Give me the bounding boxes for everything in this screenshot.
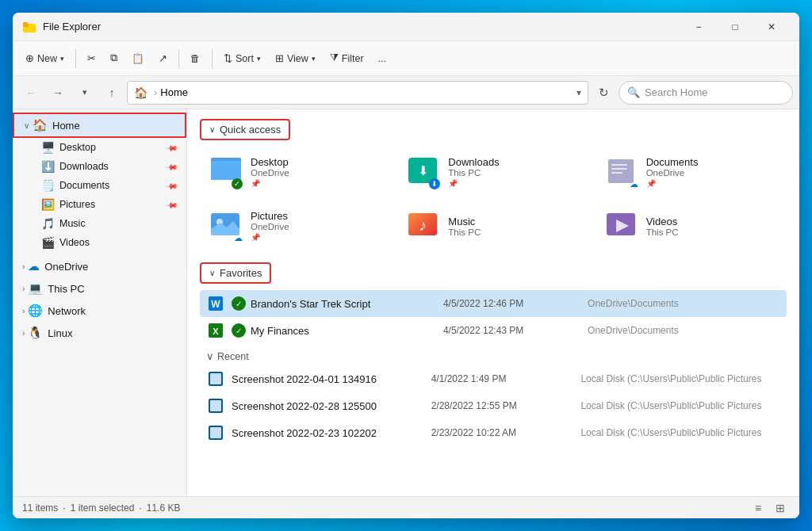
sidebar-item-downloads[interactable]: ⬇️ Downloads 📌 bbox=[13, 157, 186, 176]
home-icon: 🏠 bbox=[33, 118, 48, 132]
recent-row-0[interactable]: Screenshot 2022-04-01 134916 4/1/2022 1:… bbox=[200, 365, 787, 392]
recent-locations-button[interactable]: ▾ bbox=[73, 81, 97, 105]
toolbar-separator-2 bbox=[178, 49, 179, 68]
favorites-row-0[interactable]: W ✓ Brandon's Star Trek Script 4/5/2022 … bbox=[200, 290, 787, 317]
qa-icon-documents: ☁ bbox=[603, 155, 638, 189]
filter-icon: ⧩ bbox=[330, 52, 339, 64]
minimize-button[interactable]: − bbox=[680, 13, 717, 41]
expand-icon-onedrive: › bbox=[22, 262, 25, 271]
search-icon: 🔍 bbox=[627, 86, 640, 98]
search-placeholder: Search Home bbox=[645, 86, 707, 98]
check-badge-desktop: ✓ bbox=[232, 178, 243, 189]
desktop-icon: 🖥️ bbox=[41, 141, 55, 154]
new-chevron-icon: ▾ bbox=[60, 55, 64, 63]
sort-button[interactable]: ⇅ Sort ▾ bbox=[217, 48, 267, 68]
downloads-icon: ⬇️ bbox=[41, 160, 55, 173]
copy-button[interactable]: ⧉ bbox=[104, 48, 124, 68]
pin-icon-qa-pictures: 📌 bbox=[251, 233, 289, 242]
svg-rect-23 bbox=[210, 400, 221, 411]
svg-rect-2 bbox=[23, 22, 28, 25]
close-button[interactable]: ✕ bbox=[753, 13, 790, 41]
sidebar-item-thispc[interactable]: › 💻 This PC bbox=[13, 277, 186, 300]
recent-header: ∨ Recent bbox=[206, 350, 787, 362]
refresh-button[interactable]: ↻ bbox=[592, 81, 615, 105]
qa-item-music[interactable]: ♪ Music This PC bbox=[397, 202, 588, 250]
file-size: 11.6 KB bbox=[147, 502, 181, 514]
qa-item-downloads[interactable]: ⬇ ⬇ Downloads This PC 📌 bbox=[397, 148, 588, 196]
pictures-icon: 🖼️ bbox=[41, 198, 55, 211]
onedrive-icon: ☁ bbox=[28, 259, 40, 273]
sidebar-item-desktop[interactable]: 🖥️ Desktop 📌 bbox=[13, 138, 186, 157]
thispc-icon: 💻 bbox=[28, 281, 43, 296]
recent-icon-1 bbox=[206, 396, 225, 415]
main-area: ∨ 🏠 Home 🖥️ Desktop 📌 ⬇️ Downloads 📌 🗒️ … bbox=[13, 109, 799, 496]
documents-icon: 🗒️ bbox=[41, 179, 55, 192]
sidebar-item-documents[interactable]: 🗒️ Documents 📌 bbox=[13, 176, 186, 195]
expand-icon-thispc: › bbox=[22, 285, 25, 293]
expand-icon-home: ∨ bbox=[24, 121, 29, 130]
qa-item-documents[interactable]: ☁ Documents OneDrive 📌 bbox=[596, 148, 787, 196]
favorites-header[interactable]: ∨ Favorites bbox=[200, 262, 271, 284]
sidebar-item-linux[interactable]: › 🐧 Linux bbox=[13, 322, 186, 344]
view-icon: ⊞ bbox=[275, 52, 284, 64]
address-dropdown-button[interactable]: ▾ bbox=[576, 87, 581, 98]
sidebar-item-network[interactable]: › 🌐 Network bbox=[13, 300, 186, 322]
svg-rect-4 bbox=[211, 161, 241, 180]
sidebar-item-onedrive[interactable]: › ☁ OneDrive bbox=[13, 255, 186, 277]
recent-row-1[interactable]: Screenshot 2022-02-28 125500 2/28/2022 1… bbox=[200, 392, 787, 419]
pin-icon-desktop: 📌 bbox=[166, 141, 178, 154]
cut-button[interactable]: ✂ bbox=[81, 48, 102, 68]
quick-access-grid: ✓ Desktop OneDrive 📌 ⬇ ⬇ bbox=[200, 148, 787, 250]
search-box[interactable]: 🔍 Search Home bbox=[619, 81, 793, 105]
recent-section: ∨ Recent Screenshot 2022-04-01 134916 4/… bbox=[200, 350, 787, 446]
favorites-check-0: ✓ bbox=[232, 296, 246, 311]
download-badge-downloads: ⬇ bbox=[429, 178, 440, 189]
file-explorer-icon bbox=[22, 20, 36, 34]
qa-item-videos[interactable]: Videos This PC bbox=[596, 202, 787, 250]
title-bar: File Explorer − □ ✕ bbox=[13, 13, 799, 41]
qa-item-desktop[interactable]: ✓ Desktop OneDrive 📌 bbox=[200, 148, 391, 196]
back-button[interactable]: ← bbox=[19, 81, 43, 105]
grid-view-button[interactable]: ⊞ bbox=[771, 499, 790, 518]
qa-info-music: Music This PC bbox=[448, 216, 481, 237]
expand-icon-network: › bbox=[22, 307, 25, 315]
maximize-button[interactable]: □ bbox=[717, 13, 753, 41]
sidebar-home-label: Home bbox=[52, 120, 80, 132]
svg-rect-25 bbox=[210, 427, 221, 438]
address-box[interactable]: 🏠 › Home ▾ bbox=[127, 81, 588, 105]
qa-icon-videos bbox=[603, 208, 638, 243]
paste-button[interactable]: 📋 bbox=[125, 48, 151, 68]
plus-icon: ⊕ bbox=[25, 52, 34, 64]
title-bar-title: File Explorer bbox=[43, 21, 680, 32]
favorites-icon-0: W bbox=[206, 294, 225, 313]
quick-access-label: Quick access bbox=[220, 124, 281, 136]
address-bar: ← → ▾ ↑ 🏠 › Home ▾ ↻ 🔍 Search Home bbox=[13, 76, 799, 109]
pin-icon-qa-downloads: 📌 bbox=[448, 179, 499, 188]
share-button[interactable]: ↗ bbox=[152, 48, 174, 68]
linux-icon: 🐧 bbox=[28, 326, 43, 340]
sidebar-item-music[interactable]: 🎵 Music bbox=[13, 214, 186, 233]
svg-rect-9 bbox=[611, 172, 622, 174]
new-button[interactable]: ⊕ New ▾ bbox=[19, 48, 71, 68]
toolbar-separator-3 bbox=[212, 49, 213, 68]
music-icon: 🎵 bbox=[41, 217, 55, 230]
svg-text:X: X bbox=[213, 327, 219, 336]
quick-access-header[interactable]: ∨ Quick access bbox=[200, 119, 290, 140]
sidebar-item-videos[interactable]: 🎬 Videos bbox=[13, 233, 186, 252]
list-view-button[interactable]: ≡ bbox=[749, 499, 768, 518]
favorites-row-1[interactable]: X ✓ My Finances 4/5/2022 12:43 PM OneDri… bbox=[200, 317, 787, 344]
up-button[interactable]: ↑ bbox=[100, 81, 124, 105]
view-button[interactable]: ⊞ View ▾ bbox=[269, 48, 322, 68]
more-button[interactable]: ... bbox=[372, 49, 393, 68]
delete-icon: 🗑 bbox=[190, 53, 201, 64]
svg-text:♪: ♪ bbox=[419, 216, 427, 234]
recent-row-2[interactable]: Screenshot 2022-02-23 102202 2/23/2022 1… bbox=[200, 419, 787, 446]
sidebar-item-home[interactable]: ∨ 🏠 Home bbox=[13, 113, 186, 138]
qa-item-pictures[interactable]: ☁ Pictures OneDrive 📌 bbox=[200, 202, 391, 250]
copy-icon: ⧉ bbox=[110, 52, 117, 64]
svg-text:W: W bbox=[211, 299, 220, 310]
sidebar-item-pictures[interactable]: 🖼️ Pictures 📌 bbox=[13, 195, 186, 214]
forward-button[interactable]: → bbox=[46, 81, 70, 105]
filter-button[interactable]: ⧩ Filter bbox=[324, 48, 370, 68]
delete-button[interactable]: 🗑 bbox=[184, 49, 207, 68]
